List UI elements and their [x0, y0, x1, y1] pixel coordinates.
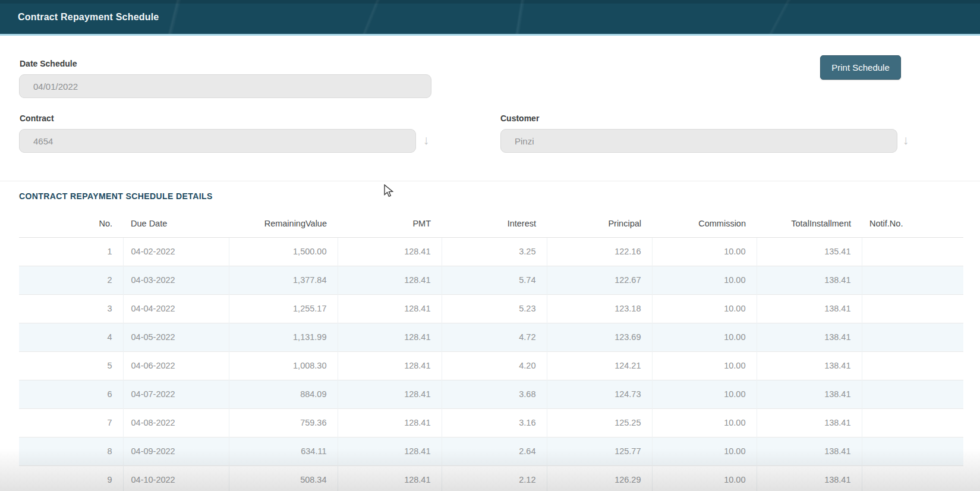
table-row: 104-02-20221,500.00128.413.25122.1610.00… — [19, 237, 963, 266]
column-header: RemainingValue — [229, 210, 338, 237]
table-cell: 124.73 — [547, 380, 652, 408]
table-cell: 04-05-2022 — [123, 323, 229, 351]
table-cell: 04-08-2022 — [123, 408, 229, 437]
table-cell: 138.41 — [757, 351, 862, 380]
customer-label: Customer — [500, 114, 539, 123]
table-cell: 138.41 — [757, 266, 862, 294]
table-cell: 508.34 — [229, 465, 338, 491]
details-section-title: CONTRACT REPAYMENT SCHEDULE DETAILS — [19, 191, 213, 201]
table-cell: 4.72 — [442, 323, 547, 351]
table-cell — [862, 237, 963, 266]
table-cell: 126.29 — [547, 465, 652, 491]
table-row: 504-06-20221,008.30128.414.20124.2110.00… — [19, 351, 963, 380]
table-cell: 128.41 — [338, 465, 442, 491]
mouse-cursor-icon — [384, 184, 395, 200]
table-row: 804-09-2022634.11128.412.64125.7710.0013… — [19, 437, 963, 465]
section-divider — [0, 181, 980, 181]
table-row: 704-08-2022759.36128.413.16125.2510.0013… — [19, 408, 963, 437]
table-cell: 138.41 — [757, 408, 862, 437]
table-cell: 128.41 — [338, 323, 442, 351]
table-cell: 122.67 — [547, 266, 652, 294]
table-cell: 7 — [19, 408, 123, 437]
table-cell: 1,377.84 — [229, 266, 338, 294]
table-cell — [862, 351, 963, 380]
table-cell: 04-10-2022 — [123, 465, 229, 491]
table-cell: 634.11 — [229, 437, 338, 465]
table-cell: 128.41 — [338, 351, 442, 380]
table-cell: 123.69 — [547, 323, 652, 351]
table-cell — [862, 465, 963, 491]
table-cell — [862, 294, 963, 323]
column-header: No. — [19, 210, 123, 237]
contract-label: Contract — [20, 114, 54, 123]
table-cell: 1 — [19, 237, 123, 266]
table-cell: 10.00 — [652, 266, 757, 294]
table-cell: 3.68 — [442, 380, 547, 408]
contract-input[interactable] — [19, 129, 416, 153]
table-cell: 138.41 — [757, 437, 862, 465]
column-header: PMT — [338, 210, 442, 237]
print-schedule-button[interactable]: Print Schedule — [820, 55, 901, 80]
header-row: No.Due DateRemainingValuePMTInterestPrin… — [19, 210, 963, 237]
table-cell: 125.77 — [547, 437, 652, 465]
table-cell: 04-02-2022 — [123, 237, 229, 266]
column-header: Principal — [547, 210, 652, 237]
table-cell: 5.23 — [442, 294, 547, 323]
table-cell: 128.41 — [338, 294, 442, 323]
table-cell: 128.41 — [338, 380, 442, 408]
table-cell: 2.12 — [442, 465, 547, 491]
customer-dropdown-arrow-icon[interactable]: ↓ — [899, 133, 913, 147]
table-cell: 6 — [19, 380, 123, 408]
app-header-bar: Contract Repayment Schedule — [0, 0, 980, 36]
table-cell: 4 — [19, 323, 123, 351]
table-cell: 2.64 — [442, 437, 547, 465]
date-schedule-input[interactable] — [19, 74, 431, 98]
table-cell: 128.41 — [338, 237, 442, 266]
table-cell: 138.41 — [757, 323, 862, 351]
table-cell: 9 — [19, 465, 123, 491]
table-cell: 04-06-2022 — [123, 351, 229, 380]
contract-dropdown-arrow-icon[interactable]: ↓ — [419, 133, 433, 147]
table-cell: 4.20 — [442, 351, 547, 380]
table-cell: 3.25 — [442, 237, 547, 266]
customer-input[interactable] — [500, 129, 897, 153]
table-row: 204-03-20221,377.84128.415.74122.6710.00… — [19, 266, 963, 294]
table-cell: 10.00 — [652, 294, 757, 323]
table-cell: 04-04-2022 — [123, 294, 229, 323]
table-cell — [862, 380, 963, 408]
column-header: TotalInstallment — [757, 210, 862, 237]
table-cell: 10.00 — [652, 437, 757, 465]
table-cell: 123.18 — [547, 294, 652, 323]
table-cell: 128.41 — [338, 437, 442, 465]
table-cell: 138.41 — [757, 380, 862, 408]
date-schedule-label: Date Schedule — [20, 59, 77, 68]
table-cell: 10.00 — [652, 237, 757, 266]
column-header: Notif.No. — [862, 210, 963, 237]
table-cell: 884.09 — [229, 380, 338, 408]
table-cell: 04-09-2022 — [123, 437, 229, 465]
table-cell: 10.00 — [652, 323, 757, 351]
table-cell — [862, 437, 963, 465]
table-row: 904-10-2022508.34128.412.12126.2910.0013… — [19, 465, 963, 491]
table-cell: 5.74 — [442, 266, 547, 294]
table-row: 604-07-2022884.09128.413.68124.7310.0013… — [19, 380, 963, 408]
table-cell — [862, 323, 963, 351]
table-cell: 5 — [19, 351, 123, 380]
table-row: 304-04-20221,255.17128.415.23123.1810.00… — [19, 294, 963, 323]
table-cell: 124.21 — [547, 351, 652, 380]
table-cell: 10.00 — [652, 408, 757, 437]
table-cell: 138.41 — [757, 294, 862, 323]
table-cell: 1,500.00 — [229, 237, 338, 266]
table-row: 404-05-20221,131.99128.414.72123.6910.00… — [19, 323, 963, 351]
table-cell: 125.25 — [547, 408, 652, 437]
table-cell — [862, 266, 963, 294]
table-cell: 1,255.17 — [229, 294, 338, 323]
table-cell: 10.00 — [652, 465, 757, 491]
table-cell: 759.36 — [229, 408, 338, 437]
table-cell: 138.41 — [757, 465, 862, 491]
repayment-schedule-table: No.Due DateRemainingValuePMTInterestPrin… — [19, 210, 963, 491]
table-cell: 8 — [19, 437, 123, 465]
table-cell: 122.16 — [547, 237, 652, 266]
table-cell: 3.16 — [442, 408, 547, 437]
table-cell: 04-07-2022 — [123, 380, 229, 408]
